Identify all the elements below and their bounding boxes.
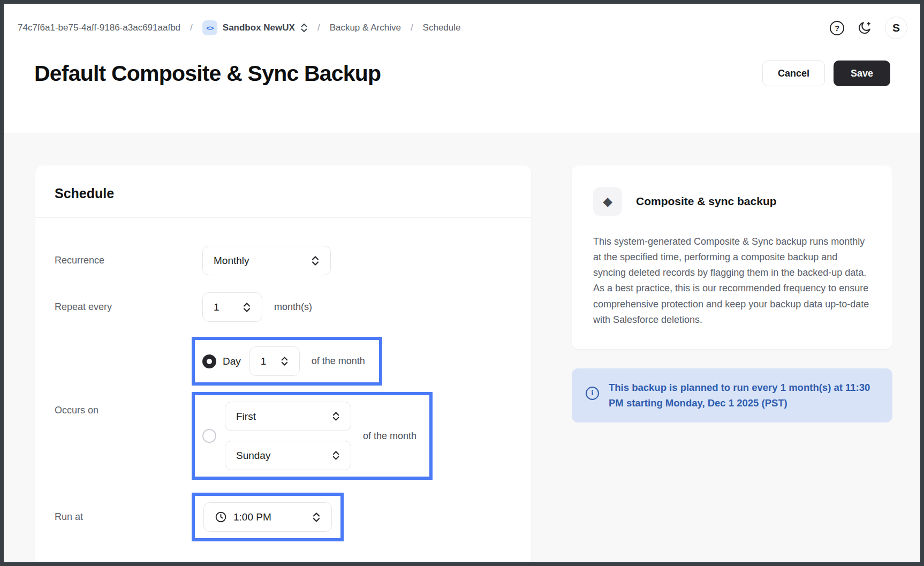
recurrence-row: Recurrence Monthly xyxy=(55,246,509,275)
schedule-alert-text: This backup is planned to run every 1 mo… xyxy=(609,380,878,411)
repeat-every-row: Repeat every 1 month(s) xyxy=(55,292,509,322)
recurrence-value: Monthly xyxy=(214,255,249,267)
weekday-option-highlight: First Sunday of the month xyxy=(192,392,433,480)
environment-selector[interactable]: <> Sandbox NewUX xyxy=(202,20,308,35)
topbar-actions: ? S xyxy=(830,17,907,39)
day-option-radio[interactable] xyxy=(202,354,216,368)
run-at-row: Run at 1:00 PM xyxy=(55,493,509,541)
help-icon[interactable]: ? xyxy=(830,21,844,35)
day-option-row: Day 1 of the month xyxy=(55,337,509,386)
page-header: 74c7f6a1-be75-4aff-9186-a3ac691aafbd / <… xyxy=(4,4,920,133)
breadcrumb-separator: / xyxy=(411,22,413,33)
schedule-card-title: Schedule xyxy=(55,186,509,201)
breadcrumb: 74c7f6a1-be75-4aff-9186-a3ac691aafbd / <… xyxy=(18,20,461,35)
backup-info-description: This system-generated Composite & Sync b… xyxy=(593,234,871,328)
schedule-form: Recurrence Monthly Repeat every 1 mo xyxy=(35,218,531,566)
breadcrumb-bar: 74c7f6a1-be75-4aff-9186-a3ac691aafbd / <… xyxy=(4,4,920,39)
occurs-on-label: Occurs on xyxy=(55,392,202,416)
breadcrumb-separator: / xyxy=(317,22,320,33)
repeat-every-unit: month(s) xyxy=(274,301,312,313)
repeat-every-value: 1 xyxy=(214,301,219,313)
ordinal-value: First xyxy=(236,411,256,422)
repeat-every-label: Repeat every xyxy=(55,301,202,313)
diamond-icon: ◆ xyxy=(593,187,622,216)
dark-mode-icon[interactable] xyxy=(857,20,872,35)
backup-info-title: Composite & sync backup xyxy=(636,195,777,208)
save-button[interactable]: Save xyxy=(834,61,890,86)
breadcrumb-schedule: Schedule xyxy=(423,22,461,33)
day-of-month-value: 1 xyxy=(261,356,267,367)
weekday-select[interactable]: Sunday xyxy=(225,441,351,470)
run-at-highlight: 1:00 PM xyxy=(192,493,344,541)
breadcrumb-separator: / xyxy=(190,22,193,33)
chevron-updown-icon xyxy=(332,450,340,461)
user-avatar[interactable]: S xyxy=(885,17,907,39)
schedule-card-header: Schedule xyxy=(35,165,531,217)
recurrence-label: Recurrence xyxy=(55,255,202,266)
info-icon: i xyxy=(586,387,599,400)
page-title: Default Composite & Sync Backup xyxy=(34,61,381,86)
repeat-every-select[interactable]: 1 xyxy=(202,292,262,322)
main-content: Schedule Recurrence Monthly Repeat every… xyxy=(4,133,920,566)
schedule-alert: i This backup is planned to run every 1 … xyxy=(572,368,892,422)
title-bar: Default Composite & Sync Backup Cancel S… xyxy=(4,39,920,86)
occurs-on-row: Occurs on First Sunday xyxy=(55,392,509,480)
chevron-updown-icon xyxy=(300,23,308,33)
run-at-label: Run at xyxy=(55,511,202,523)
day-of-month-select[interactable]: 1 xyxy=(249,346,300,376)
environment-name: Sandbox NewUX xyxy=(223,22,295,33)
run-at-select[interactable]: 1:00 PM xyxy=(203,502,332,532)
chevron-updown-icon xyxy=(311,255,320,266)
weekday-value: Sunday xyxy=(236,450,270,462)
schedule-card: Schedule Recurrence Monthly Repeat every… xyxy=(35,165,531,566)
title-actions: Cancel Save xyxy=(762,61,890,86)
backup-info-header: ◆ Composite & sync backup xyxy=(593,187,871,216)
day-option-suffix: of the month xyxy=(312,356,365,367)
day-option-highlight: Day 1 of the month xyxy=(192,337,382,386)
chevron-updown-icon xyxy=(243,302,251,313)
day-option-prefix: Day xyxy=(223,356,241,367)
breadcrumb-backup-archive[interactable]: Backup & Archive xyxy=(330,22,401,33)
breadcrumb-org-id[interactable]: 74c7f6a1-be75-4aff-9186-a3ac691aafbd xyxy=(18,22,180,33)
right-column: ◆ Composite & sync backup This system-ge… xyxy=(572,165,892,566)
backup-info-card: ◆ Composite & sync backup This system-ge… xyxy=(572,165,892,349)
code-icon: <> xyxy=(202,20,217,35)
clock-icon xyxy=(215,511,227,523)
weekday-option-radio[interactable] xyxy=(202,429,216,443)
recurrence-select[interactable]: Monthly xyxy=(202,246,331,275)
ordinal-select[interactable]: First xyxy=(225,402,351,431)
weekday-option-suffix: of the month xyxy=(363,431,416,442)
chevron-updown-icon xyxy=(312,512,321,523)
run-at-value: 1:00 PM xyxy=(233,511,271,523)
chevron-updown-icon xyxy=(332,411,340,421)
cancel-button[interactable]: Cancel xyxy=(762,61,825,86)
weekday-option-selects: First Sunday xyxy=(225,402,351,470)
chevron-updown-icon xyxy=(281,356,289,366)
